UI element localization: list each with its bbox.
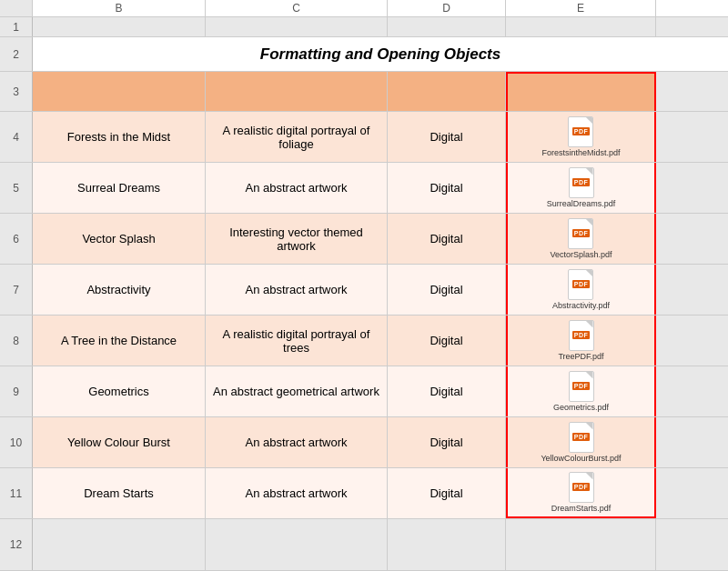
cell-12c bbox=[206, 519, 388, 570]
rownum-7: 7 bbox=[0, 265, 33, 315]
cell-12b bbox=[33, 519, 206, 570]
data-row-8: 8A Tree in the DistanceA realistic digit… bbox=[0, 316, 728, 366]
title-cell: Formatting and Opening Objects bbox=[33, 37, 728, 71]
data-row-9: 9GeometricsAn abstract geometrical artwo… bbox=[0, 366, 728, 417]
pdf-icon-1: PDF bbox=[569, 167, 594, 198]
cell-desc-6: An abstract artwork bbox=[206, 417, 388, 467]
header-actual bbox=[506, 72, 656, 111]
cell-type-7: Digital bbox=[388, 468, 506, 518]
cell-name-5: Geometrics bbox=[33, 366, 206, 416]
pdf-filename-4: TreePDF.pdf bbox=[558, 353, 603, 362]
col-b-header: B bbox=[33, 0, 206, 16]
pdf-icon-0: PDF bbox=[568, 116, 593, 147]
rownum-12: 12 bbox=[0, 519, 33, 570]
cell-1e bbox=[506, 17, 656, 36]
header-row: 3 bbox=[0, 72, 728, 112]
data-row-10: 10Yellow Colour BurstAn abstract artwork… bbox=[0, 417, 728, 468]
col-headers: B C D E bbox=[0, 0, 728, 17]
rownum-11: 11 bbox=[0, 468, 33, 518]
cell-type-2: Digital bbox=[388, 214, 506, 264]
cell-desc-5: An abstract geometrical artwork bbox=[206, 366, 388, 416]
pdf-icon-7: PDF bbox=[569, 472, 594, 503]
rownum-10: 10 bbox=[0, 417, 33, 467]
cell-name-6: Yellow Colour Burst bbox=[33, 417, 206, 467]
cell-desc-4: A realistic digital portrayal of trees bbox=[206, 316, 388, 366]
cell-1b bbox=[33, 17, 206, 36]
cell-type-3: Digital bbox=[388, 265, 506, 315]
row-2: 2Formatting and Opening Objects bbox=[0, 37, 728, 72]
data-rows: 4Forests in the MidstA realistic digital… bbox=[0, 112, 728, 519]
col-d-header: D bbox=[388, 0, 506, 16]
header-description bbox=[206, 72, 388, 111]
cell-1c bbox=[206, 17, 388, 36]
cell-name-1: Surreal Dreams bbox=[33, 163, 206, 213]
cell-artwork-4[interactable]: PDFTreePDF.pdf bbox=[506, 316, 656, 366]
rownum-6: 6 bbox=[0, 214, 33, 264]
rownum-1: 1 bbox=[0, 17, 33, 36]
cell-artwork-3[interactable]: PDFAbstractivity.pdf bbox=[506, 265, 656, 315]
cell-type-0: Digital bbox=[388, 112, 506, 162]
data-row-7: 7AbstractivityAn abstract artworkDigital… bbox=[0, 265, 728, 316]
cell-type-1: Digital bbox=[388, 163, 506, 213]
pdf-icon-2: PDF bbox=[568, 218, 593, 249]
cell-12e bbox=[506, 519, 656, 570]
rownum-8: 8 bbox=[0, 316, 33, 366]
cell-name-7: Dream Starts bbox=[33, 468, 206, 518]
cell-artwork-7[interactable]: PDFDreamStarts.pdf bbox=[506, 468, 656, 518]
col-a-header bbox=[0, 0, 33, 16]
data-row-6: 6Vector SplashInteresting vector themed … bbox=[0, 214, 728, 265]
rownum-2: 2 bbox=[0, 37, 33, 71]
cell-desc-7: An abstract artwork bbox=[206, 468, 388, 518]
data-row-5: 5Surreal DreamsAn abstract artworkDigita… bbox=[0, 163, 728, 214]
cell-artwork-6[interactable]: PDFYellowColourBurst.pdf bbox=[506, 417, 656, 467]
col-e-header: E bbox=[506, 0, 656, 16]
pdf-icon-6: PDF bbox=[569, 422, 594, 453]
cell-12d bbox=[388, 519, 506, 570]
pdf-icon-5: PDF bbox=[569, 371, 594, 402]
header-type bbox=[388, 72, 506, 111]
pdf-filename-7: DreamStarts.pdf bbox=[551, 505, 612, 514]
col-c-header: C bbox=[206, 0, 388, 16]
cell-desc-0: A realistic digital portrayal of foliage bbox=[206, 112, 388, 162]
cell-type-5: Digital bbox=[388, 366, 506, 416]
pdf-icon-3: PDF bbox=[568, 269, 593, 300]
cell-desc-3: An abstract artwork bbox=[206, 265, 388, 315]
rownum-9: 9 bbox=[0, 366, 33, 416]
cell-1d bbox=[388, 17, 506, 36]
cell-type-4: Digital bbox=[388, 316, 506, 366]
rownum-4: 4 bbox=[0, 112, 33, 162]
rownum-3: 3 bbox=[0, 72, 33, 111]
cell-type-6: Digital bbox=[388, 417, 506, 467]
rownum-5: 5 bbox=[0, 163, 33, 213]
cell-artwork-2[interactable]: PDFVectorSplash.pdf bbox=[506, 214, 656, 264]
cell-artwork-1[interactable]: PDFSurrealDreams.pdf bbox=[506, 163, 656, 213]
data-row-4: 4Forests in the MidstA realistic digital… bbox=[0, 112, 728, 163]
cell-artwork-5[interactable]: PDFGeometrics.pdf bbox=[506, 366, 656, 416]
row-1: 1 bbox=[0, 17, 728, 37]
spreadsheet: B C D E 1 2Formatting and Opening Object… bbox=[0, 0, 728, 571]
pdf-filename-1: SurrealDreams.pdf bbox=[547, 200, 616, 209]
pdf-filename-2: VectorSplash.pdf bbox=[550, 251, 612, 260]
pdf-filename-3: Abstractivity.pdf bbox=[552, 302, 610, 311]
data-row-11: 11Dream StartsAn abstract artworkDigital… bbox=[0, 468, 728, 519]
cell-desc-2: Interesting vector themed artwork bbox=[206, 214, 388, 264]
pdf-filename-0: ForestsintheMidst.pdf bbox=[541, 149, 620, 158]
cell-name-0: Forests in the Midst bbox=[33, 112, 206, 162]
cell-name-4: A Tree in the Distance bbox=[33, 316, 206, 366]
row-12: 12 bbox=[0, 519, 728, 571]
pdf-icon-4: PDF bbox=[569, 320, 594, 351]
cell-artwork-0[interactable]: PDFForestsintheMidst.pdf bbox=[506, 112, 656, 162]
cell-name-3: Abstractivity bbox=[33, 265, 206, 315]
cell-name-2: Vector Splash bbox=[33, 214, 206, 264]
header-name bbox=[33, 72, 206, 111]
pdf-filename-5: Geometrics.pdf bbox=[553, 404, 609, 413]
pdf-filename-6: YellowColourBurst.pdf bbox=[541, 455, 621, 464]
cell-desc-1: An abstract artwork bbox=[206, 163, 388, 213]
